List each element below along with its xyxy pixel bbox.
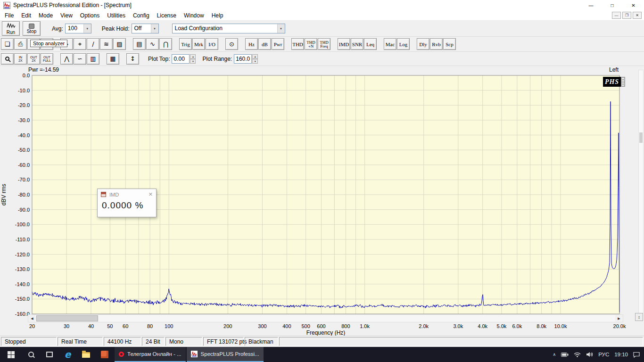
plot-top-up-icon[interactable]: ▲ — [190, 54, 196, 59]
log-button[interactable]: Log — [397, 38, 410, 50]
print-icon[interactable]: ⎙ — [14, 38, 27, 50]
menu-item-help[interactable]: Help — [208, 11, 227, 20]
hz-button[interactable]: Hz — [245, 38, 258, 50]
distribution-icon[interactable]: ⋂ — [159, 38, 172, 50]
peak-hold-dropdown-arrow-icon[interactable]: ▼ — [151, 24, 158, 33]
menu-item-mode[interactable]: Mode — [35, 11, 57, 20]
plot-range-spinner[interactable]: 160.0 ▲ ▼ — [234, 54, 258, 64]
horizontal-scrollbar-thumb[interactable] — [36, 315, 98, 321]
spectrogram-icon[interactable]: ▨ — [113, 38, 126, 50]
horizontal-scrollbar[interactable]: ◀ ▶ — [28, 314, 623, 322]
phs-down-icon[interactable]: ▼ — [621, 82, 625, 87]
trigger-button[interactable]: Trig — [179, 38, 192, 50]
phase-slope-icon[interactable]: ∕ — [87, 38, 99, 50]
taskbar-task-1[interactable]: SpectraPLUS Professi... — [187, 347, 264, 362]
taskbar-clock[interactable]: 19:10 — [614, 352, 628, 357]
menu-item-utilities[interactable]: Utilities — [103, 11, 129, 20]
thd-freq-button[interactable]: THDFreq — [318, 38, 330, 50]
avg-dropdown-arrow-icon[interactable]: ▼ — [83, 24, 91, 33]
menu-item-options[interactable]: Options — [76, 11, 103, 20]
vertical-scale-icon[interactable]: ↕ — [126, 53, 139, 65]
peak-hold-dropdown[interactable]: Off ▼ — [132, 24, 159, 33]
volume-icon[interactable] — [586, 352, 593, 357]
start-button[interactable] — [0, 347, 22, 362]
menu-item-config[interactable]: Config — [129, 11, 153, 20]
plot-top-down-icon[interactable]: ▼ — [190, 59, 196, 64]
explorer-button[interactable] — [77, 347, 95, 362]
imd-window[interactable]: IMD ✕ 0.0000 % — [97, 189, 157, 217]
edge-button[interactable]: e — [58, 347, 77, 362]
signal-generator-icon[interactable]: ⊙ — [225, 38, 238, 50]
pwr-button[interactable]: Pwr — [272, 38, 284, 50]
peak-curve-icon[interactable]: ⋀ — [60, 53, 73, 65]
run-button[interactable]: Run — [2, 21, 20, 36]
taskbar-task-0[interactable]: Телеграм Онлайн - ... — [115, 347, 186, 362]
time-series-icon[interactable]: ▤ — [133, 38, 146, 50]
stop-button[interactable]: Stop — [23, 21, 41, 36]
imd-button[interactable]: IMD — [338, 38, 350, 50]
load-configuration-dropdown[interactable]: Load Configuration ▼ — [172, 24, 285, 33]
zoom-waveform-icon[interactable]: ⌖ — [74, 38, 86, 50]
chevron-up-icon[interactable]: ∧ — [553, 352, 556, 357]
close-button[interactable]: ✕ — [623, 0, 644, 10]
maximize-button[interactable]: □ — [602, 0, 623, 10]
db-button[interactable]: dB — [258, 38, 271, 50]
button-label: Pwr — [274, 41, 282, 47]
action-center-icon[interactable] — [633, 352, 640, 358]
network-icon[interactable] — [574, 352, 581, 357]
menu-item-file[interactable]: File — [1, 11, 17, 20]
scroll-left-icon[interactable]: ◀ — [28, 315, 36, 322]
plot-range-down-icon[interactable]: ▼ — [252, 59, 258, 64]
plot-top-spinner[interactable]: 0.00 ▲ ▼ — [172, 54, 196, 64]
menu-item-view[interactable]: View — [57, 11, 76, 20]
phs-up-icon[interactable]: ▲ — [621, 77, 625, 82]
mdi-close-button[interactable]: ✕ — [633, 12, 642, 19]
avg-dropdown[interactable]: 100 ▼ — [65, 24, 91, 33]
scope-button[interactable]: Scp — [443, 38, 456, 50]
thd-n-button[interactable]: THD+N — [305, 38, 317, 50]
menu-item-window[interactable]: Window — [180, 11, 208, 20]
app-shortcut-button[interactable] — [95, 347, 114, 362]
zoom-out-2x-button[interactable]: OUT2X — [27, 53, 40, 65]
snr-button[interactable]: SNR — [351, 38, 363, 50]
mdi-restore-button[interactable]: ❐ — [622, 12, 631, 19]
plot-range-value[interactable]: 160.0 — [234, 54, 252, 64]
battery-icon[interactable] — [561, 353, 569, 357]
zoom-select-button[interactable] — [1, 53, 14, 65]
channel-label: Left — [609, 66, 619, 73]
smooth-curve-icon: ∽ — [77, 56, 83, 62]
zoom-out-full-button[interactable]: OUTFULL — [41, 53, 53, 65]
imd-close-icon[interactable]: ✕ — [149, 191, 153, 197]
menu-item-edit[interactable]: Edit — [17, 11, 35, 20]
zoom-in-2x-button[interactable]: IN2X — [14, 53, 27, 65]
waterfall-icon[interactable]: ≋ — [100, 38, 113, 50]
vertical-scrollbar[interactable] — [638, 70, 644, 313]
plot-range-up-icon[interactable]: ▲ — [252, 54, 258, 59]
imd-window-titlebar[interactable]: IMD ✕ — [98, 189, 156, 200]
menu-item-license[interactable]: License — [153, 11, 180, 20]
data-table-icon[interactable]: ▦ — [107, 53, 119, 65]
plot-top-value[interactable]: 0.00 — [172, 54, 190, 64]
leq-button[interactable]: Leq — [364, 38, 377, 50]
marker-button[interactable]: Mrk — [192, 38, 205, 50]
bar-display-icon[interactable]: ▥ — [87, 53, 99, 65]
delay-button[interactable]: Dly — [417, 38, 429, 50]
load-configuration-dropdown-arrow-icon[interactable]: ▼ — [277, 24, 285, 33]
minimize-button[interactable]: — — [580, 0, 602, 10]
spectrum-plot[interactable]: 0.0-10.0-20.0-30.0-40.0-50.0-60.0-70.0-8… — [0, 66, 644, 336]
scroll-right-icon[interactable]: ▶ — [615, 315, 623, 322]
vertical-scrollbar-thumb[interactable] — [639, 132, 643, 143]
button-label: THD — [292, 41, 303, 47]
new-file-icon[interactable]: ❏ — [1, 38, 14, 50]
search-button[interactable] — [22, 347, 40, 362]
language-indicator[interactable]: РУС — [598, 352, 609, 357]
scope-trace-icon[interactable]: ∿ — [146, 38, 159, 50]
macro-button[interactable]: Mac — [384, 38, 396, 50]
mdi-minimize-button[interactable]: — — [612, 12, 621, 19]
reverb-button[interactable]: Rvb — [430, 38, 443, 50]
smooth-curve-icon[interactable]: ∽ — [74, 53, 86, 65]
thd-button[interactable]: THD — [291, 38, 304, 50]
scale-adjust-icon[interactable]: ↕ — [635, 313, 643, 321]
io-button[interactable]: I/O — [206, 38, 218, 50]
task-view-button[interactable] — [40, 347, 58, 362]
